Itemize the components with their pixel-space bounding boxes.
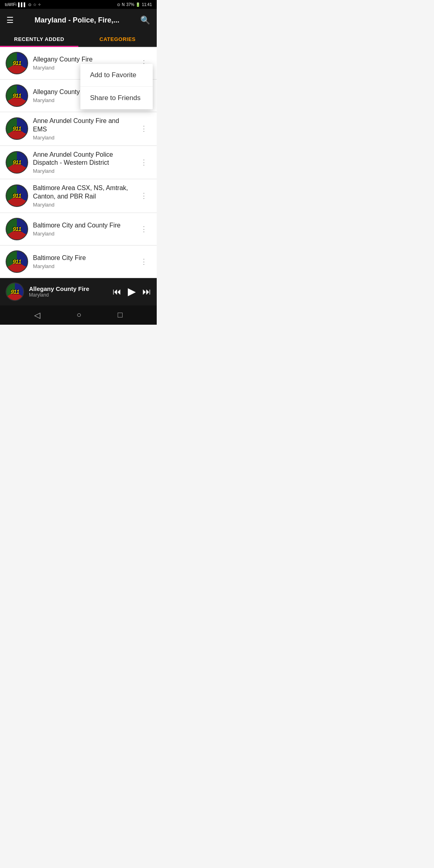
item-text: Baltimore Area CSX, NS, Amtrak, Canton, … <box>33 184 132 208</box>
item-title: Anne Arundel County Police Dispatch - We… <box>33 151 132 168</box>
home-button[interactable]: ○ <box>76 310 81 319</box>
item-subtitle: Maryland <box>33 263 132 269</box>
now-playing-bar: Allegany County Fire Maryland ⏮ ▶ ⏭ <box>0 278 157 305</box>
item-subtitle: Maryland <box>33 135 132 141</box>
station-icon <box>6 117 28 140</box>
play-button[interactable]: ▶ <box>128 285 136 298</box>
status-time: 11:41 <box>142 2 152 7</box>
status-left: toWIFi ▌▌▌ ⊙ ☆ ✧ <box>5 2 41 7</box>
rewind-button[interactable]: ⏮ <box>113 287 121 297</box>
menu-icon[interactable]: ☰ <box>6 15 14 25</box>
station-icon <box>6 151 28 174</box>
station-icon <box>6 184 28 207</box>
status-battery: 37% 🔋 <box>126 2 140 7</box>
navigation-bar: ◁ ○ □ <box>0 305 157 325</box>
item-title: Baltimore Area CSX, NS, Amtrak, Canton, … <box>33 184 132 201</box>
station-icon <box>6 84 28 107</box>
list-item[interactable]: Baltimore City and County Fire Maryland … <box>0 213 157 246</box>
now-playing-title: Allegany County Fire <box>29 285 108 292</box>
list-item[interactable]: Anne Arundel County Fire and EMS Marylan… <box>0 112 157 146</box>
app-header: ☰ Maryland - Police, Fire,... 🔍 <box>0 9 157 31</box>
more-options-button[interactable]: ⋮ <box>137 157 151 168</box>
list-item[interactable]: Baltimore Area CSX, NS, Amtrak, Canton, … <box>0 179 157 213</box>
add-to-favorite-button[interactable]: Add to Favorite <box>80 64 153 87</box>
list-item[interactable]: Anne Arundel County Police Dispatch - We… <box>0 146 157 180</box>
share-to-friends-button[interactable]: Share to Friends <box>80 87 153 109</box>
list-item[interactable]: Baltimore City Fire Maryland ⋮ <box>0 246 157 278</box>
list-item[interactable]: Allegany County Fire Maryland ⋮ Add to F… <box>0 47 157 80</box>
search-icon[interactable]: 🔍 <box>140 15 150 25</box>
tabs-bar: RECENTLY ADDED CATEGORIES <box>0 31 157 47</box>
app-title: Maryland - Police, Fire,... <box>18 16 135 25</box>
tab-recently-added[interactable]: RECENTLY ADDED <box>0 31 78 46</box>
item-subtitle: Maryland <box>33 231 132 237</box>
status-right: ⊙ N 37% 🔋 11:41 <box>117 2 152 7</box>
item-title: Anne Arundel County Fire and EMS <box>33 117 132 134</box>
status-wifi-icon: ⊙ <box>28 2 31 7</box>
item-text: Anne Arundel County Police Dispatch - We… <box>33 151 132 174</box>
tab-categories[interactable]: CATEGORIES <box>78 31 157 46</box>
status-extra-icons: ☆ ✧ <box>33 2 41 7</box>
context-menu: Add to Favorite Share to Friends <box>80 64 153 109</box>
more-options-button[interactable]: ⋮ <box>137 123 151 134</box>
status-bar: toWIFi ▌▌▌ ⊙ ☆ ✧ ⊙ N 37% 🔋 11:41 <box>0 0 157 9</box>
now-playing-subtitle: Maryland <box>29 292 108 298</box>
playback-controls: ⏮ ▶ ⏭ <box>113 285 151 298</box>
back-button[interactable]: ◁ <box>34 310 40 320</box>
forward-button[interactable]: ⏭ <box>142 287 151 297</box>
status-eye: ⊙ <box>117 2 120 7</box>
item-title: Baltimore City Fire <box>33 254 132 262</box>
item-text: Baltimore City and County Fire Maryland <box>33 221 132 237</box>
more-options-button[interactable]: ⋮ <box>137 190 151 201</box>
status-n: N <box>122 2 125 7</box>
item-subtitle: Maryland <box>33 168 132 174</box>
item-title: Allegany County Fire <box>33 55 132 64</box>
station-icon <box>6 52 28 74</box>
status-signal: ▌▌▌ <box>18 2 27 7</box>
item-text: Anne Arundel County Fire and EMS Marylan… <box>33 117 132 141</box>
station-list: Allegany County Fire Maryland ⋮ Add to F… <box>0 47 157 278</box>
more-options-button[interactable]: ⋮ <box>137 256 151 267</box>
now-playing-icon <box>6 283 24 301</box>
item-subtitle: Maryland <box>33 202 132 208</box>
more-options-button[interactable]: ⋮ <box>137 224 151 234</box>
status-wifi: toWIFi <box>5 2 16 7</box>
station-icon <box>6 218 28 240</box>
item-title: Baltimore City and County Fire <box>33 221 132 230</box>
now-playing-text: Allegany County Fire Maryland <box>29 285 108 298</box>
recents-button[interactable]: □ <box>118 310 123 319</box>
station-icon <box>6 250 28 273</box>
item-text: Baltimore City Fire Maryland <box>33 254 132 269</box>
